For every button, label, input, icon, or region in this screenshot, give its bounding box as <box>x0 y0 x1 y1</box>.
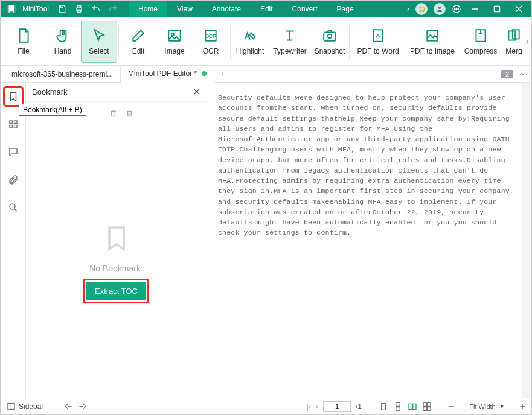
panel-header: Bookmark ✕ <box>26 83 207 102</box>
minimize-button[interactable] <box>467 1 483 17</box>
comments-panel-button[interactable] <box>4 143 22 161</box>
page-count-badge: 2 <box>501 70 513 78</box>
file-tool[interactable]: File <box>5 21 42 63</box>
file-label: File <box>18 47 29 55</box>
svg-point-5 <box>420 11 421 12</box>
prev-icon[interactable]: ‹ <box>316 402 318 411</box>
ocr-tool[interactable]: OCR OCR <box>193 21 229 63</box>
select-label: Select <box>89 47 109 55</box>
svg-rect-38 <box>396 402 400 406</box>
facing-icon[interactable] <box>408 402 417 411</box>
svg-rect-3 <box>77 6 80 8</box>
maximize-button[interactable] <box>489 1 505 17</box>
bookmark-icon <box>102 221 131 255</box>
edit-tool[interactable]: Edit <box>120 21 156 63</box>
hand-label: Hand <box>54 47 72 55</box>
highlight-label: Highlight <box>236 47 264 55</box>
page-input[interactable] <box>323 401 351 412</box>
collapse-ribbon-icon[interactable] <box>518 71 525 78</box>
cart-icon[interactable] <box>415 3 428 15</box>
svg-rect-41 <box>413 404 416 409</box>
zoom-in-icon[interactable]: + <box>520 401 525 412</box>
pdf2word-label: PDF to Word <box>357 47 399 55</box>
merge-tool[interactable]: Merg <box>502 21 526 63</box>
typewriter-tool[interactable]: Typewriter <box>268 21 312 63</box>
menu-page[interactable]: Page <box>327 1 364 17</box>
svg-rect-31 <box>14 125 17 128</box>
zoom-select[interactable]: Fit Width ▼ <box>464 402 510 411</box>
next-page-icon[interactable] <box>78 402 87 411</box>
svg-rect-39 <box>396 407 400 410</box>
svg-text:OCR: OCR <box>205 33 216 39</box>
menu-bar: Home View Annotate Edit Convert Page <box>129 1 364 17</box>
svg-rect-13 <box>495 7 500 12</box>
print-icon[interactable] <box>74 4 84 14</box>
chevron-down-icon: ▼ <box>499 404 505 410</box>
zoom-out-icon[interactable]: − <box>449 401 454 412</box>
menu-convert[interactable]: Convert <box>283 1 327 17</box>
panel-close-icon[interactable]: ✕ <box>193 86 200 98</box>
svg-text:W: W <box>375 32 381 39</box>
chat-icon[interactable] <box>452 4 461 14</box>
edit-label: Edit <box>132 47 145 55</box>
search-panel-button[interactable] <box>4 198 22 217</box>
redo-icon[interactable] <box>108 4 118 14</box>
scrollbar[interactable] <box>522 83 531 398</box>
svg-rect-1 <box>60 5 63 7</box>
document-viewport[interactable]: Security defaults were designed to help … <box>207 83 531 398</box>
svg-rect-42 <box>423 402 426 406</box>
svg-rect-43 <box>428 402 431 406</box>
bookmark-panel-button[interactable] <box>4 87 22 106</box>
svg-point-17 <box>171 33 174 35</box>
titlebar-right: › <box>407 1 527 17</box>
ocr-label: OCR <box>203 47 219 55</box>
user-icon[interactable] <box>434 3 446 15</box>
sidebar-toggle[interactable]: Sidebar <box>7 402 43 411</box>
new-tab-button[interactable]: + <box>214 70 231 78</box>
chevron-right-icon[interactable]: › <box>407 5 409 13</box>
document-tabs: microsoft-365-business-premi... MiniTool… <box>1 66 531 83</box>
menu-home[interactable]: Home <box>129 1 167 17</box>
delete-icon[interactable] <box>109 109 118 118</box>
main-area: Bookmark(Alt + B) Bookmark ✕ ▾ <box>1 83 531 398</box>
document-text: Security defaults were designed to help … <box>207 83 531 248</box>
attachments-panel-button[interactable] <box>4 171 22 189</box>
select-tool[interactable]: Select <box>81 21 117 63</box>
snapshot-label: Snapshot <box>315 47 345 55</box>
compress-tool[interactable]: Compress <box>460 21 502 63</box>
menu-annotate[interactable]: Annotate <box>202 1 251 17</box>
svg-point-9 <box>455 8 455 9</box>
svg-rect-28 <box>10 121 13 124</box>
svg-line-33 <box>14 209 16 211</box>
highlight-tool[interactable]: Highlight <box>232 21 268 63</box>
pdf-to-image-tool[interactable]: PDF to Image <box>405 21 460 63</box>
facing-continuous-icon[interactable] <box>422 402 432 411</box>
status-bar: Sidebar |‹ ‹ /1 − Fit Width ▼ + <box>1 398 531 414</box>
bookmark-tooltip: Bookmark(Alt + B) <box>19 104 86 116</box>
menu-view[interactable]: View <box>167 1 202 17</box>
first-page-icon[interactable]: |‹ <box>307 402 311 411</box>
tab-doc1[interactable]: microsoft-365-business-premi... <box>4 66 121 83</box>
svg-rect-45 <box>428 407 431 410</box>
image-tool[interactable]: Image <box>156 21 193 63</box>
close-button[interactable] <box>511 1 527 17</box>
undo-icon[interactable] <box>91 4 101 14</box>
empty-state: No Bookmark. Extract TOC <box>26 124 207 398</box>
snapshot-tool[interactable]: Snapshot <box>312 21 348 63</box>
ribbon-scroll-right-icon[interactable]: › <box>526 36 529 47</box>
thumbnails-panel-button[interactable] <box>4 115 22 133</box>
pdf-to-word-tool[interactable]: W PDF to Word <box>351 21 405 63</box>
unsaved-dot-icon <box>202 71 207 76</box>
svg-rect-29 <box>14 121 17 124</box>
tab-doc2[interactable]: MiniTool PDF Editor * <box>121 66 214 83</box>
menu-edit[interactable]: Edit <box>251 1 283 17</box>
single-page-icon[interactable] <box>379 402 388 411</box>
save-icon[interactable] <box>57 4 67 14</box>
prev-page-icon[interactable] <box>64 402 73 411</box>
delete-all-icon[interactable] <box>125 109 134 118</box>
extract-toc-button[interactable]: Extract TOC <box>86 282 146 300</box>
hand-tool[interactable]: Hand <box>45 21 81 63</box>
continuous-icon[interactable] <box>393 402 403 411</box>
title-bar: MiniTool Home View Annotate Edit Convert… <box>1 1 531 17</box>
bookmark-panel: Bookmark ✕ ▾ No Bookmark. Extract TOC <box>26 83 207 398</box>
